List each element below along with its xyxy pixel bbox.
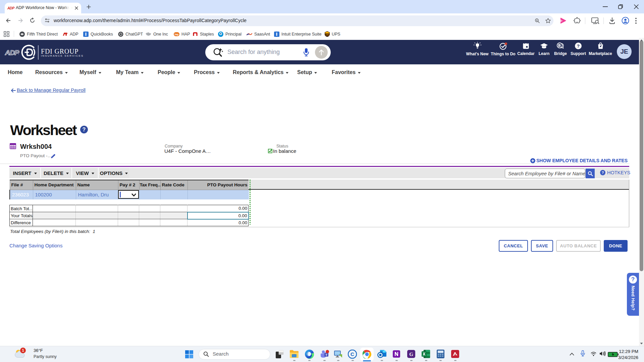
svg-text:?: ? <box>577 44 580 49</box>
svg-text:C: C <box>351 351 354 357</box>
svg-text:UPS: UPS <box>325 34 329 36</box>
svg-text:G: G <box>409 352 413 357</box>
svg-text:?: ? <box>602 171 604 175</box>
svg-text:hap: hap <box>175 33 179 36</box>
svg-text:T: T <box>325 353 327 357</box>
